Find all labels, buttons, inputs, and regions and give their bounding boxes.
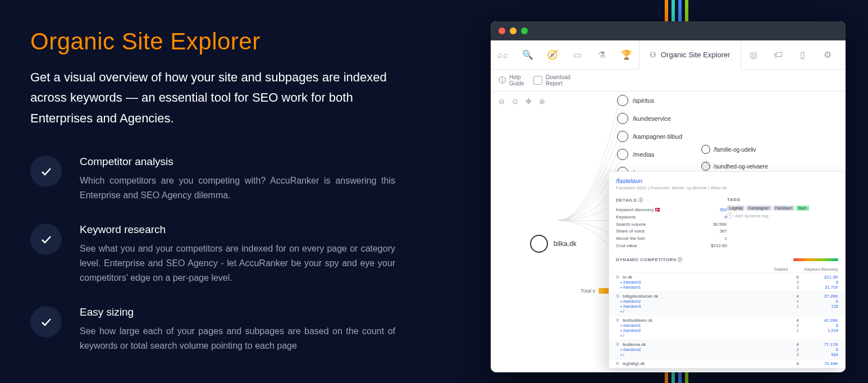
feature-desc: See how large each of your pages and sub… xyxy=(80,324,395,354)
flask-icon[interactable]: ⚗ xyxy=(590,40,614,69)
feature-keyword-research: Keyword research See what you and your c… xyxy=(30,224,395,286)
node-label: bilka.dk xyxy=(554,240,577,248)
competitor-group[interactable]: billigekostumer.dk427.26K• /random210• /… xyxy=(609,291,845,316)
node-label: /sundhed-og-velvaere xyxy=(714,163,768,170)
tree-node[interactable]: /medias xyxy=(617,145,682,163)
tag-pill[interactable]: Legetøj xyxy=(727,206,744,211)
explorer-canvas[interactable]: ⊖ ⊙ ✥ ⊕ bilka.dk /spiritus/kundeservice/… xyxy=(491,92,846,372)
competitors-list: br.dk6221.3K• /random320• /random1321.71… xyxy=(609,272,845,368)
target-icon[interactable]: ◎ xyxy=(741,40,766,69)
help-guide-button[interactable]: ⓘ HelpGuide xyxy=(499,74,524,86)
sitemap-icon: ⚇ xyxy=(650,51,656,59)
zoom-in-icon[interactable]: ⊕ xyxy=(537,96,547,106)
node-circle-icon xyxy=(617,131,628,142)
total-label: Total s xyxy=(581,288,595,294)
pan-icon[interactable]: ✥ xyxy=(523,96,533,106)
feature-easy-sizing: Easy sizing See how large each of your p… xyxy=(30,306,395,354)
detail-row: Above the fold1 xyxy=(616,235,727,243)
zoom-out-icon[interactable]: ⊖ xyxy=(496,96,506,106)
detail-row: Keywords6 xyxy=(616,214,727,221)
competitor-group[interactable]: festbutikken.dk442.26K• /random120• /ran… xyxy=(609,316,845,340)
toolbar: ⓘ HelpGuide DownloadReport xyxy=(491,70,846,92)
zoom-controls: ⊖ ⊙ ✥ ⊕ xyxy=(496,96,547,106)
tag-pill[interactable]: Barn xyxy=(796,206,809,211)
tree-node[interactable]: /familie-og-udeliv xyxy=(701,141,768,158)
download-icon xyxy=(533,76,542,85)
minimize-icon[interactable] xyxy=(510,28,517,34)
panel-breadcrumb[interactable]: /fastelavn xyxy=(616,177,838,184)
search-icon[interactable]: 🔍 xyxy=(515,40,540,69)
window-titlebar xyxy=(491,21,846,40)
check-icon xyxy=(30,224,62,255)
info-icon: ⓘ xyxy=(499,75,506,85)
compass-icon[interactable]: 🧭 xyxy=(540,40,565,69)
trophy-icon[interactable]: 🏆 xyxy=(614,40,639,69)
detail-row: Share of voice387 xyxy=(616,228,727,235)
feature-title: Easy sizing xyxy=(80,306,395,318)
tree-node[interactable]: /kundeservice xyxy=(617,110,682,127)
check-icon xyxy=(30,306,62,338)
competitor-group[interactable]: festtema.dk477.17K• /random220• /2504 xyxy=(609,340,845,359)
page-subtitle: Get a visual overview of how your site a… xyxy=(30,67,395,129)
close-icon[interactable] xyxy=(499,28,505,34)
tag-icon[interactable]: 🏷 xyxy=(766,40,791,69)
tags-header: TAGS xyxy=(727,197,838,202)
competitor-group[interactable]: legbilligt.dk472.49K xyxy=(609,359,845,368)
detail-row: Keyword discovery 🇩🇰392 xyxy=(616,207,727,214)
node-circle-icon xyxy=(701,145,710,154)
gear-icon[interactable]: ⚙ xyxy=(815,40,840,69)
feature-title: Keyword research xyxy=(80,224,395,236)
details-header: DETAILS ⓘ xyxy=(616,197,727,203)
node-circle-icon xyxy=(617,95,628,106)
node-label: /spiritus xyxy=(633,97,654,104)
score-gradient-icon xyxy=(793,258,838,261)
tags-list: LegetøjKampagnerFastelavnBarn xyxy=(727,206,838,211)
node-circle-icon xyxy=(617,149,628,160)
dynamic-competitors-header: DYNAMIC COMPETITORS ⓘ xyxy=(616,257,683,263)
tab-organic-site-explorer[interactable]: ⚇ Organic Site Explorer xyxy=(639,40,741,70)
tree-node[interactable]: /spiritus xyxy=(617,92,682,110)
detail-row: Search volume38.56K xyxy=(616,221,727,229)
panel-subtitle: Fastelavn 2022 | Kostumer, tønder og til… xyxy=(616,185,838,190)
tag-pill[interactable]: Kampagner xyxy=(746,206,771,211)
node-label: /familie-og-udeliv xyxy=(714,147,756,153)
child-nodes: /spiritus/kundeservice/kampagner-tilbud/… xyxy=(617,92,682,181)
detail-row: Cost value$212.80 xyxy=(616,243,727,250)
node-label: /medias xyxy=(633,151,655,158)
node-label: /kampagner-tilbud xyxy=(633,133,682,140)
check-icon xyxy=(30,156,62,187)
tab-label: Organic Site Explorer xyxy=(661,51,730,59)
maximize-icon[interactable] xyxy=(521,28,528,34)
zoom-reset-icon[interactable]: ⊙ xyxy=(510,96,520,106)
tag-pill[interactable]: Fastelavn xyxy=(773,206,794,211)
node-circle-icon xyxy=(530,235,548,253)
page-title: Organic Site Explorer xyxy=(30,28,395,55)
detail-panel: /fastelavn Fastelavn 2022 | Kostumer, tø… xyxy=(609,171,846,368)
feature-desc: Which competitors are you competing with… xyxy=(80,174,395,203)
feature-title: Competitor analysis xyxy=(80,156,395,168)
download-report-button[interactable]: DownloadReport xyxy=(533,74,570,86)
feature-competitor-analysis: Competitor analysis Which competitors ar… xyxy=(30,156,395,203)
node-circle-icon xyxy=(701,162,710,171)
competitor-group[interactable]: br.dk6221.3K• /random320• /random1321.71… xyxy=(609,272,845,291)
app-window: ⌕⌕ 🔍 🧭 ▭ ⚗ 🏆 ⚇ Organic Site Explorer ◎ 🏷… xyxy=(491,21,846,372)
node-label: /kundeservice xyxy=(633,115,671,122)
tree-node[interactable]: /kampagner-tilbud xyxy=(617,127,682,145)
root-node[interactable]: bilka.dk xyxy=(530,235,577,253)
plus-icon: + xyxy=(727,213,733,218)
add-dynamic-tag-button[interactable]: + Add dynamic tag xyxy=(727,213,838,218)
binoculars-icon[interactable]: ⌕⌕ xyxy=(491,40,515,69)
feature-desc: See what you and your competitors are in… xyxy=(80,241,395,286)
sub-nodes: /familie-og-udeliv/sundhed-og-velvaere xyxy=(701,141,768,175)
tab-bar: ⌕⌕ 🔍 🧭 ▭ ⚗ 🏆 ⚇ Organic Site Explorer ◎ 🏷… xyxy=(491,40,846,70)
competitors-table-header: Tracked Keyword Discovery xyxy=(609,266,845,272)
clipboard-icon[interactable]: ▯ xyxy=(791,40,815,69)
calendar-icon[interactable]: ▭ xyxy=(565,40,590,69)
node-circle-icon xyxy=(617,113,628,124)
